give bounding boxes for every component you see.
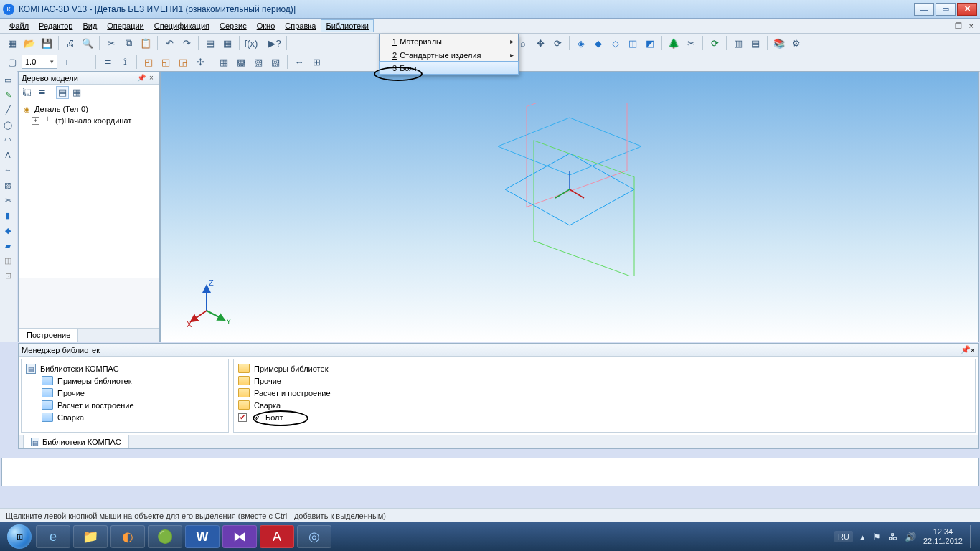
- lt-text-icon[interactable]: A: [1, 148, 15, 162]
- tree-close-icon[interactable]: ×: [146, 74, 156, 82]
- taskbar-mediaplayer-icon[interactable]: ◐: [110, 525, 145, 548]
- tool2-a[interactable]: ▢: [4, 54, 20, 70]
- tray-flag-icon[interactable]: ▴: [860, 532, 865, 542]
- spec2-icon[interactable]: ▤: [748, 35, 763, 51]
- lib-right-item-3[interactable]: Сварка: [238, 399, 971, 411]
- cut-icon[interactable]: ✂: [103, 35, 119, 51]
- help-context-icon[interactable]: ▶?: [267, 35, 283, 51]
- sel-mode1-icon[interactable]: ◰: [141, 54, 156, 70]
- tree-mode2-icon[interactable]: ≣: [35, 86, 48, 99]
- show-desktop-button[interactable]: [970, 525, 976, 548]
- libmgr-pin-icon[interactable]: 📌: [961, 345, 971, 354]
- grid4-icon[interactable]: ▨: [268, 54, 283, 70]
- menu-service[interactable]: Сервис: [215, 19, 252, 32]
- measure-icon[interactable]: ⟟: [117, 54, 133, 70]
- libmgr-tab-kompas[interactable]: ▤ Библиотеки КОМПАС: [23, 435, 129, 448]
- menu-window[interactable]: Окно: [252, 19, 281, 32]
- lib-left-item-2[interactable]: Расчет и построение: [26, 399, 224, 411]
- save-icon[interactable]: 💾: [39, 35, 55, 51]
- dropdown-standard-items[interactable]: 2 Стандартные изделия: [380, 48, 518, 62]
- tree-mode3-icon[interactable]: ▤: [56, 86, 69, 99]
- command-input-bar[interactable]: [1, 458, 979, 486]
- tray-volume-icon[interactable]: 🔊: [905, 532, 916, 542]
- lib-left-item-1[interactable]: Прочие: [26, 387, 224, 399]
- tree-body[interactable]: ◉ Деталь (Тел-0) + └ (т)Начало координат: [19, 100, 159, 278]
- tree-origin-row[interactable]: + └ (т)Начало координат: [22, 115, 156, 126]
- wire-icon[interactable]: ◇: [608, 35, 623, 51]
- mdi-restore[interactable]: ❐: [953, 22, 964, 31]
- redo-icon[interactable]: ↷: [179, 35, 194, 51]
- taskbar-adobe-icon[interactable]: A: [260, 525, 294, 548]
- lt-dim-icon[interactable]: ↔: [1, 163, 15, 177]
- ortho-icon[interactable]: ⊞: [308, 54, 324, 70]
- start-button[interactable]: ⊞: [4, 522, 34, 551]
- lib-left-item-0[interactable]: Примеры библиотек: [26, 375, 224, 387]
- expander-icon[interactable]: +: [32, 117, 39, 125]
- lt-body2-icon[interactable]: ◆: [1, 223, 15, 237]
- variables-icon[interactable]: f(x): [243, 35, 259, 51]
- section-icon[interactable]: ✂: [683, 35, 699, 51]
- lib-mgr-icon[interactable]: 📚: [771, 35, 787, 51]
- print-icon[interactable]: 🖨: [62, 35, 78, 51]
- dropdown-bolt[interactable]: 3 Болт: [379, 61, 519, 75]
- menu-view[interactable]: Вид: [77, 19, 102, 32]
- manager-icon[interactable]: ▤: [202, 35, 218, 51]
- lib-right-item-0[interactable]: Примеры библиотек: [238, 362, 971, 375]
- checkbox-icon[interactable]: ✔: [238, 413, 247, 422]
- tree-mode1-icon[interactable]: ⿻: [21, 86, 34, 99]
- preview-icon[interactable]: 🔍: [80, 35, 95, 51]
- grid2-icon[interactable]: ▩: [233, 54, 249, 70]
- menu-edit[interactable]: Редактор: [34, 19, 77, 32]
- lt-arc-icon[interactable]: ◠: [1, 133, 15, 147]
- hidden2-icon[interactable]: ◩: [642, 35, 658, 51]
- lang-indicator[interactable]: RU: [834, 531, 853, 542]
- shade-wire-icon[interactable]: ◈: [573, 35, 589, 51]
- lt-hatch-icon[interactable]: ▨: [1, 178, 15, 192]
- lt-edit-icon[interactable]: ✂: [1, 193, 15, 207]
- rebuild-icon[interactable]: ⟳: [707, 35, 722, 51]
- taskbar-chrome-icon[interactable]: 🟢: [148, 525, 182, 548]
- lib-right-item-2[interactable]: Расчет и построение: [238, 387, 971, 399]
- lib-left-root[interactable]: ▤ Библиотеки КОМПАС: [26, 362, 224, 375]
- layers-icon[interactable]: ≣: [100, 54, 116, 70]
- dim-icon[interactable]: ↔: [291, 54, 307, 70]
- spec-icon[interactable]: ▥: [730, 35, 746, 51]
- maximize-button[interactable]: ▭: [936, 3, 956, 16]
- tree-tab-build[interactable]: Построение: [19, 329, 78, 342]
- copy-icon[interactable]: ⧉: [121, 35, 136, 51]
- libmgr-left-tree[interactable]: ▤ Библиотеки КОМПАС Примеры библиотек Пр…: [21, 359, 229, 433]
- taskbar-ie-icon[interactable]: e: [36, 525, 70, 548]
- library-icon[interactable]: ▦: [220, 35, 235, 51]
- sel-mode3-icon[interactable]: ◲: [175, 54, 191, 70]
- tray-network-icon[interactable]: 🖧: [888, 532, 897, 542]
- settings-icon[interactable]: ⚙: [788, 35, 804, 51]
- scale-select[interactable]: 1.0: [22, 55, 57, 69]
- grid1-icon[interactable]: ▦: [216, 54, 232, 70]
- tray-action-center-icon[interactable]: ⚑: [872, 532, 881, 542]
- undo-icon[interactable]: ↶: [161, 35, 177, 51]
- minimize-button[interactable]: —: [914, 3, 934, 16]
- sel-mode4-icon[interactable]: ✢: [192, 54, 208, 70]
- libmgr-close-icon[interactable]: ×: [971, 346, 975, 354]
- dropdown-materials[interactable]: 1 Материалы: [380, 34, 518, 48]
- mdi-minimize[interactable]: –: [941, 22, 949, 31]
- rotate-icon[interactable]: ⟳: [550, 35, 565, 51]
- close-button[interactable]: ✕: [957, 3, 977, 16]
- paste-icon[interactable]: 📋: [138, 35, 154, 51]
- hidden-icon[interactable]: ◫: [625, 35, 641, 51]
- lib-left-item-3[interactable]: Сварка: [26, 411, 224, 423]
- lt-body3-icon[interactable]: ▰: [1, 238, 15, 253]
- lt-body1-icon[interactable]: ▮: [1, 208, 15, 222]
- tree-mode4-icon[interactable]: ▦: [70, 86, 83, 99]
- zoom-out-icon[interactable]: −: [76, 54, 92, 70]
- menu-operations[interactable]: Операции: [102, 19, 149, 32]
- libmgr-right-list[interactable]: Примеры библиотек Прочие Расчет и постро…: [233, 359, 976, 433]
- viewport-3d[interactable]: Z X Y: [160, 71, 979, 342]
- sel-mode2-icon[interactable]: ◱: [158, 54, 174, 70]
- menu-file[interactable]: Файл: [4, 19, 34, 32]
- grid3-icon[interactable]: ▧: [250, 54, 266, 70]
- lt-surf-icon[interactable]: ◫: [1, 253, 15, 268]
- lt-sketch-icon[interactable]: ✎: [1, 88, 15, 102]
- lib-right-item-1[interactable]: Прочие: [238, 375, 971, 387]
- lt-aux-icon[interactable]: ⊡: [1, 268, 15, 283]
